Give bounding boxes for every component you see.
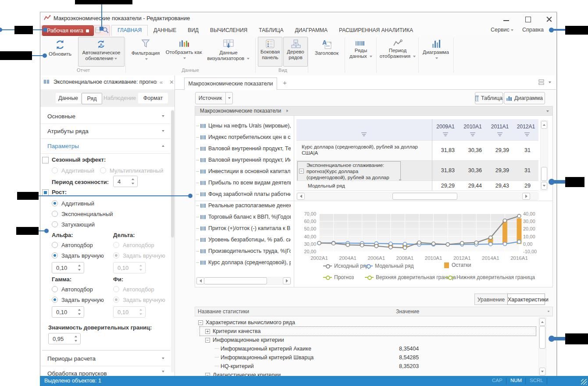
series-tree-toggle-button[interactable]: Дерево рядов — [283, 37, 308, 67]
num-lock-indicator[interactable]: NUM — [510, 378, 522, 383]
tab-tablica[interactable]: ТАБЛИЦА — [253, 25, 289, 36]
selected-name-cell[interactable]: Экспоненциальное сглаживание: прогноз(Ку… — [297, 161, 401, 181]
table-row[interactable]: Модельный ряд — [296, 181, 432, 191]
refresh-button[interactable]: Обновить — [43, 37, 77, 66]
series-tree-item[interactable]: –Цены на нефть Urals (мировые), д — [196, 120, 292, 131]
maximize-button[interactable] — [521, 15, 536, 23]
section-main[interactable]: Основные — [40, 109, 171, 124]
confidence-stepper[interactable]: 0,95 — [48, 333, 81, 344]
filter-icon[interactable] — [443, 132, 448, 136]
series-tree-item[interactable]: –Валовой внутренний продукт, Те — [196, 143, 292, 154]
splitter[interactable] — [294, 116, 294, 287]
delta-stepper[interactable]: 0,10 — [113, 262, 146, 273]
season-period-stepper[interactable]: 4 — [113, 176, 138, 187]
seasonal-effect-checkbox[interactable] — [42, 157, 49, 163]
breadcrumb-dropdown-icon[interactable] — [546, 110, 549, 112]
stats-row[interactable]: Характеристики вычислимого ряда — [198, 318, 536, 327]
source-dropdown[interactable] — [225, 92, 233, 104]
column-header[interactable]: 2011A1 — [486, 124, 513, 130]
stats-row[interactable]: Критерии качества — [200, 327, 536, 336]
growth-checkbox[interactable] — [42, 189, 49, 196]
legend-item-forecast[interactable]: Прогноз — [323, 274, 354, 280]
scroll-right-button[interactable] — [522, 193, 530, 200]
minimize-button[interactable] — [499, 15, 514, 23]
series-tree-item[interactable]: –Реальные располагаемые денежн — [196, 200, 292, 211]
tab-diagramma[interactable]: ДИАГРАММА — [289, 25, 333, 36]
header-toggle-button[interactable]: A Заголовок — [310, 37, 344, 66]
scroll-left-button[interactable] — [297, 193, 305, 200]
collapse-icon[interactable] — [198, 320, 203, 325]
filter-icon[interactable] — [470, 132, 475, 136]
characteristics-tab[interactable]: Характеристики — [507, 294, 545, 305]
phi-manual-radio[interactable] — [113, 297, 119, 303]
collapse-row-icon[interactable] — [299, 169, 304, 174]
delta-manual-radio[interactable] — [113, 252, 119, 259]
document-tab[interactable]: Макроэкономические показатели — [184, 78, 277, 90]
series-tree-item[interactable]: –Индекс потребительских цен в с — [196, 131, 292, 143]
display-period-button[interactable]: Период отображения — [378, 37, 417, 66]
legend-item-lower-bound[interactable]: Нижняя доверительная граница — [445, 274, 535, 280]
stats-row[interactable]: Информационный критерий Шварца8,54285 — [198, 353, 536, 362]
chart-view-button[interactable]: Диаграмма — [504, 92, 545, 104]
panel-tab-series[interactable]: Ряд — [82, 93, 102, 104]
workbook-menu-button[interactable]: Рабочая книга — [42, 25, 94, 36]
section-attributes[interactable]: Атрибуты ряда — [40, 124, 171, 139]
gamma-manual-radio[interactable] — [52, 297, 58, 303]
section-missing-data[interactable]: Обработка пропусков — [40, 366, 171, 376]
scroll-right-button[interactable] — [283, 277, 291, 284]
table-v-scrollbar[interactable] — [540, 120, 548, 191]
seasonal-multiplicative-radio[interactable] — [100, 167, 106, 174]
panel-tab-observation[interactable]: Наблюдение — [102, 93, 137, 103]
service-menu[interactable]: Сервис — [491, 27, 513, 33]
scroll-up-button[interactable] — [539, 318, 545, 326]
scroll-left-button[interactable] — [196, 277, 204, 284]
visualizer-data-button[interactable]: Данные визуализаторов — [204, 37, 253, 66]
tab-rasshirennaya-analitika[interactable]: РАСШИРЕННАЯ АНАЛИТИКА — [333, 25, 419, 36]
alpha-manual-radio[interactable] — [52, 252, 58, 259]
stats-row[interactable]: Информационный критерий Акаике8,35404 — [198, 344, 536, 353]
series-tree-item[interactable]: –Курс доллара (среднегодовой), ру — [196, 257, 292, 268]
panel-tab-format[interactable]: Формат — [138, 93, 168, 103]
legend-item-upper-bound[interactable]: Верхняя доверительная граница — [365, 274, 456, 280]
legend-item-residuals[interactable]: Остатки — [444, 262, 471, 268]
scroll-up-button[interactable] — [541, 121, 547, 129]
side-panel-toggle-button[interactable]: Боковая панель — [258, 37, 282, 67]
filter-icon[interactable] — [361, 132, 367, 136]
tab-vychisleniya[interactable]: ВЫЧИСЛЕНИЯ — [204, 25, 253, 36]
breadcrumb[interactable]: Макроэкономические показатели — [195, 106, 553, 116]
series-tree-item[interactable]: –Торговый баланс к ВВП, %|Годов — [196, 211, 292, 223]
stats-row[interactable]: Информационные критерии — [198, 336, 536, 344]
table-view-button[interactable]: Таблица — [475, 92, 503, 104]
delta-auto-radio[interactable] — [113, 242, 119, 248]
gamma-auto-radio[interactable] — [52, 286, 58, 292]
tree-h-scrollbar[interactable] — [196, 277, 291, 285]
combo-chart[interactable]: 70,0060,0050,0040,0030,0020,0040,0030,00… — [296, 201, 546, 262]
legend-item-source[interactable]: Исходный ряд — [323, 263, 369, 269]
panel-tab-data[interactable]: Данные — [56, 93, 81, 103]
filter-icon[interactable] — [497, 132, 502, 136]
section-calc-periods[interactable]: Периоды расчета — [40, 351, 171, 366]
alpha-stepper[interactable]: 0,10 — [52, 262, 84, 273]
filter-icon[interactable] — [524, 132, 530, 136]
series-tree-item[interactable]: –Инвестиции в основной капитал — [196, 166, 292, 177]
data-series-button[interactable]: Ряды данных — [346, 37, 375, 66]
scroll-down-button[interactable] — [539, 368, 545, 375]
source-button[interactable]: Источник — [195, 92, 233, 104]
table-h-scrollbar[interactable] — [296, 192, 538, 200]
expand-icon[interactable] — [205, 329, 210, 334]
column-header[interactable]: 2010A1 — [459, 124, 486, 130]
tab-glavnaya[interactable]: ГЛАВНАЯ — [111, 25, 148, 36]
add-tab-button[interactable]: + — [283, 79, 287, 86]
help-menu[interactable]: Справка — [522, 27, 544, 33]
resize-grip[interactable] — [581, 379, 587, 385]
table-row[interactable]: Курс доллара (среднегодовой), рублей за … — [296, 141, 432, 160]
column-header[interactable]: 2012A1 — [513, 124, 538, 130]
series-tree-item[interactable]: –Производительность труда, %|Го — [196, 245, 292, 257]
series-tree-item[interactable]: –Фонд заработной платы работни — [196, 188, 292, 200]
collapse-icon[interactable] — [205, 373, 210, 376]
column-header[interactable]: 2009A1 — [432, 124, 459, 130]
collapse-panel-icon[interactable]: « — [160, 79, 163, 85]
chart-settings-button[interactable]: Диаграмма — [420, 37, 452, 66]
series-tree-item[interactable]: –Валовой внутренний продукт, Ин — [196, 154, 292, 166]
stats-row[interactable]: Диагностические критерии — [198, 371, 536, 376]
